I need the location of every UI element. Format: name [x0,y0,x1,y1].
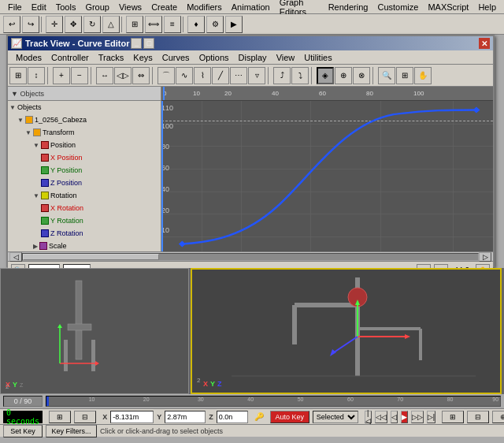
set-key-btn[interactable]: Set Key [3,425,43,437]
tv-btn-filters[interactable]: ⊞ [9,67,27,84]
tv-btn-key-delete[interactable]: − [71,67,88,84]
viewport-btn2[interactable]: ⊟ [467,411,489,423]
selected-dropdown[interactable]: Selected [313,411,358,423]
tree-node-objects[interactable]: ▼ Objects [8,101,161,114]
tv-menu-modes[interactable]: Modes [11,52,46,63]
auto-key-btn[interactable]: Auto Key [270,411,309,423]
toolbar-rotate[interactable]: ↻ [83,16,101,33]
tree-node-cabeza[interactable]: ▼ 1_0256_Cabeza [8,114,161,126]
tv-btn-scale-keys[interactable]: ◁▷ [114,67,132,84]
svg-rect-1 [472,106,480,113]
x-input[interactable] [110,411,154,423]
tv-menu-curves[interactable]: Curves [158,52,195,63]
tv-curve-editor[interactable]: 0 10 20 40 60 80 100 [161,87,493,251]
tv-btn-key-add[interactable]: + [53,67,70,84]
tree-node-yrot[interactable]: Y Rotation [8,214,161,227]
menu-edit[interactable]: Edit [27,2,51,13]
tv-btn-tangent1[interactable]: ⌒ [158,67,175,84]
tv-btn-zoom2[interactable]: ⊞ [396,67,413,84]
toolbar-snap[interactable]: ⊞ [126,16,143,33]
tv-menu-controller[interactable]: Controller [46,52,94,63]
tree-node-transform[interactable]: ▼ Transform [8,126,161,139]
menu-modifiers[interactable]: Modifiers [182,2,227,13]
next-frame-btn[interactable]: ▷| [427,411,435,423]
menu-rendering[interactable]: Rendering [324,2,373,13]
track-view-close[interactable]: ✕ [479,38,490,49]
toolbar-move[interactable]: ✥ [65,16,82,33]
tree-node-xpos[interactable]: X Position [8,151,161,164]
menu-group[interactable]: Group [80,2,114,13]
tv-btn-param1[interactable]: ⤴ [273,67,291,84]
tv-menu-display[interactable]: Display [234,52,272,63]
tree-node-scale[interactable]: ▶ Scale [8,240,161,251]
tv-btn-expand[interactable]: ↕ [28,67,45,84]
tv-menu-tracks[interactable]: Tracks [94,52,129,63]
svg-rect-2 [76,281,82,359]
tv-btn-param2[interactable]: ⤵ [291,67,309,84]
menu-maxscript[interactable]: MAXScript [423,2,473,13]
tv-btn-tangent4[interactable]: ╱ [212,67,229,84]
menu-create[interactable]: Create [146,2,182,13]
tree-node-zrot[interactable]: Z Rotation [8,227,161,240]
menu-tools[interactable]: Tools [51,2,81,13]
tree-node-ypos[interactable]: Y Position [8,164,161,177]
track-view-maximize[interactable]: □ [143,38,154,49]
track-view-minimize[interactable]: _ [131,38,142,49]
toolbar-align[interactable]: ≡ [164,16,181,33]
toolbar-select[interactable]: ✛ [46,16,63,33]
prev-frame-btn[interactable]: |◁ [365,411,372,423]
viewport-left[interactable]: X Y Z 2 [0,268,189,394]
viewport-btn1[interactable]: ⊞ [442,411,464,423]
tv-btn-tangent6[interactable]: ▿ [248,67,265,84]
play-btn[interactable]: ▶ [401,411,408,423]
timeline-cursor[interactable] [46,396,49,406]
tv-scrollbar[interactable]: ◁ ▷ [8,251,493,261]
snap2-btn[interactable]: ⊟ [74,411,96,423]
tv-menu-view[interactable]: View [272,52,300,63]
tv-btn-move-keys[interactable]: ↔ [96,67,113,84]
toolbar-mirror[interactable]: ⟺ [145,16,162,33]
toolbar-material[interactable]: ♦ [187,16,205,33]
play-reverse-btn[interactable]: ◁ [391,411,398,423]
next-key-btn[interactable]: ▷▷ [411,411,424,423]
y-input[interactable] [165,411,206,423]
menu-file[interactable]: File [3,2,27,13]
tree-node-rotation[interactable]: ▼ Rotation [8,189,161,202]
toolbar-render[interactable]: ▶ [225,16,243,33]
viewport-btn3[interactable]: ⊕ [492,411,504,423]
menu-views[interactable]: Views [114,2,146,13]
z-input[interactable] [217,411,248,423]
status-message: Click or click-and-drag to select object… [100,427,501,435]
toolbar-scale[interactable]: △ [102,16,120,33]
timeline-track[interactable]: 10 20 30 40 50 60 70 80 90 [46,396,501,407]
tv-btn-pan[interactable]: ✋ [414,67,432,84]
toolbar-btn-1[interactable]: ↩ [3,16,20,33]
snap-btn[interactable]: ⊞ [49,411,71,423]
svg-marker-21 [330,349,336,356]
tv-btn-zoom1[interactable]: 🔍 [378,67,395,84]
toolbar-render-setup[interactable]: ⚙ [206,16,224,33]
tv-btn-tangent3[interactable]: ⌇ [194,67,211,84]
svg-rect-3 [68,324,91,330]
tv-btn-active3[interactable]: ⊗ [353,67,370,84]
tree-node-xrot[interactable]: X Rotation [8,202,161,214]
menu-help[interactable]: Help [473,2,501,13]
curve-canvas[interactable]: 110 100 80 60 40 20 10 [161,101,493,251]
viewport-right[interactable]: 2 X Y Z [191,268,502,394]
tv-menu-options[interactable]: Options [195,52,234,63]
tv-menu-keys[interactable]: Keys [128,52,157,63]
axis-x-right: X [203,380,208,388]
toolbar-btn-2[interactable]: ↪ [22,16,39,33]
tv-btn-slide[interactable]: ⇔ [132,67,150,84]
tree-node-position[interactable]: ▼ Position [8,139,161,151]
tv-menu-utilities[interactable]: Utilities [299,52,336,63]
prev-key-btn[interactable]: ◁◁ [375,411,387,423]
tree-node-zpos[interactable]: Z Position [8,177,161,189]
key-filters-btn[interactable]: Key Filters... [46,425,97,437]
tv-btn-active1[interactable]: ◈ [317,67,334,84]
menu-animation[interactable]: Animation [227,2,275,13]
tv-btn-active2[interactable]: ⊕ [335,67,352,84]
tv-btn-tangent5[interactable]: ⋯ [230,67,247,84]
tv-btn-tangent2[interactable]: ∿ [176,67,193,84]
menu-customize[interactable]: Customize [372,2,423,13]
